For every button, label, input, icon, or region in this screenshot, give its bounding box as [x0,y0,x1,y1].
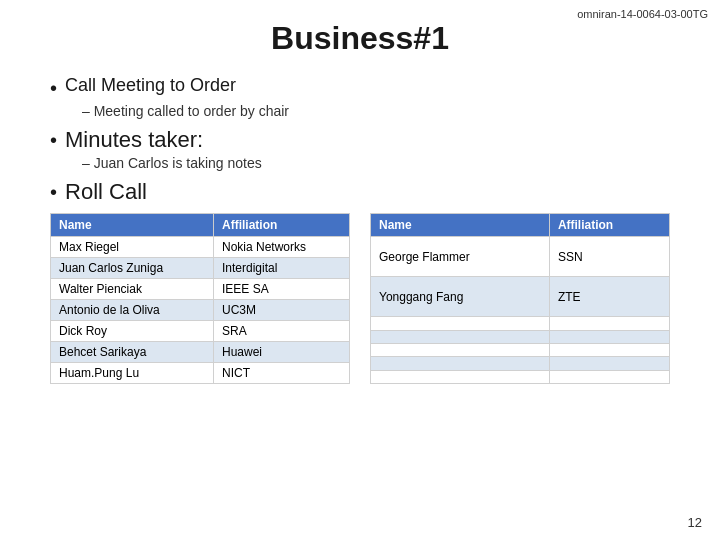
table-cell: SRA [213,321,349,342]
table-row [371,317,670,330]
table-cell [549,330,669,343]
sub-minutes: – Juan Carlos is taking notes [82,155,670,171]
table-cell: Walter Pienciak [51,279,214,300]
table-cell: Dick Roy [51,321,214,342]
table-cell [549,370,669,383]
table-cell: IEEE SA [213,279,349,300]
bullet-dot-1: • [50,75,57,101]
table-row: Juan Carlos ZunigaInterdigital [51,258,350,279]
table-left: Name Affiliation Max RiegelNokia Network… [50,213,350,384]
roll-call-header: • Roll Call [50,179,670,205]
table-cell: Nokia Networks [213,237,349,258]
table-row [371,330,670,343]
page-title: Business#1 [50,20,670,57]
table-row: Max RiegelNokia Networks [51,237,350,258]
bullet-dot-2: • [50,127,57,153]
table-cell: Huawei [213,342,349,363]
doc-id-label: omniran-14-0064-03-00TG [577,8,708,20]
sub-call-meeting: – Meeting called to order by chair [82,103,670,119]
table-row: Antonio de la OlivaUC3M [51,300,350,321]
roll-call-text: Roll Call [65,179,147,205]
bullet-call-meeting: • Call Meeting to Order [50,75,670,101]
bullet-minutes-text: Minutes taker: [65,127,203,153]
table-cell [371,330,550,343]
main-content: Business#1 • Call Meeting to Order – Mee… [0,0,720,412]
table-row: Huam.Pung LuNICT [51,363,350,384]
table-cell: Max Riegel [51,237,214,258]
table-cell: George Flammer [371,237,550,277]
table-row: Dick RoySRA [51,321,350,342]
table-cell: NICT [213,363,349,384]
table-cell [371,317,550,330]
table-row: Walter PienciakIEEE SA [51,279,350,300]
table-row [371,370,670,383]
table-cell: UC3M [213,300,349,321]
table-row: Yonggang FangZTE [371,277,670,317]
table-right-header-affiliation: Affiliation [549,214,669,237]
roll-call-tables: Name Affiliation Max RiegelNokia Network… [50,213,670,384]
page-number: 12 [688,515,702,530]
bullet-call-meeting-text: Call Meeting to Order [65,75,236,96]
table-cell: SSN [549,237,669,277]
table-left-header-affiliation: Affiliation [213,214,349,237]
section-minutes: • Minutes taker: – Juan Carlos is taking… [50,127,670,171]
table-cell [371,370,550,383]
table-cell: Antonio de la Oliva [51,300,214,321]
table-right: Name Affiliation George FlammerSSNYongga… [370,213,670,384]
table-left-header-name: Name [51,214,214,237]
section-roll-call: • Roll Call Name Affiliation Max RiegelN… [50,179,670,384]
section-call-meeting: • Call Meeting to Order – Meeting called… [50,75,670,119]
bullet-dot-3: • [50,179,57,205]
table-row [371,357,670,370]
table-row: Behcet SarikayaHuawei [51,342,350,363]
table-cell [549,343,669,356]
table-row: George FlammerSSN [371,237,670,277]
table-cell: Behcet Sarikaya [51,342,214,363]
table-cell: Yonggang Fang [371,277,550,317]
table-cell: Huam.Pung Lu [51,363,214,384]
table-cell [371,357,550,370]
table-cell [371,343,550,356]
table-cell: Juan Carlos Zuniga [51,258,214,279]
table-cell [549,357,669,370]
table-cell [549,317,669,330]
table-cell: Interdigital [213,258,349,279]
bullet-minutes: • Minutes taker: [50,127,670,153]
table-cell: ZTE [549,277,669,317]
table-row [371,343,670,356]
table-right-header-name: Name [371,214,550,237]
